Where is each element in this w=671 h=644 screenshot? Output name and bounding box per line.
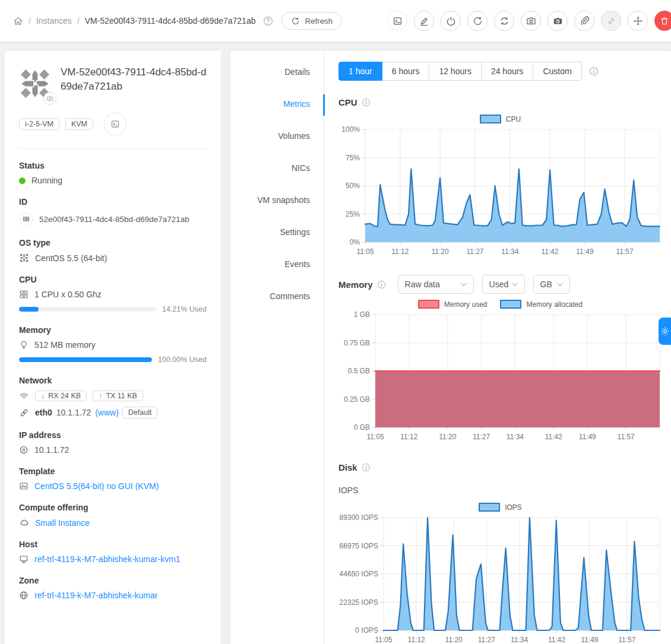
- nic-name: eth0: [35, 408, 52, 417]
- svg-text:89300 IOPS: 89300 IOPS: [340, 513, 378, 522]
- time-range-6-hours[interactable]: 6 hours: [382, 62, 430, 81]
- svg-text:11:20: 11:20: [445, 636, 463, 644]
- top-header: / Instances / VM-52e00f43-7911-4dc4-85bd…: [0, 0, 671, 42]
- scale-vm-button: [601, 11, 621, 31]
- iops-chart-legend: IOPS: [338, 503, 662, 512]
- breadcrumb-instances[interactable]: Instances: [36, 16, 72, 26]
- svg-text:44650 IOPS: 44650 IOPS: [340, 570, 378, 578]
- memory-metric-select[interactable]: Raw data: [398, 275, 474, 294]
- cpu-label: CPU: [19, 275, 207, 284]
- reinstall-button[interactable]: [494, 11, 514, 31]
- tab-comments[interactable]: Comments: [270, 291, 310, 303]
- zone-link[interactable]: ref-trl-4119-k-M7-abhishek-kumar: [34, 591, 157, 600]
- console-access-button[interactable]: [104, 113, 126, 135]
- nic-network-link[interactable]: (www): [95, 408, 119, 417]
- svg-text:11:27: 11:27: [473, 433, 490, 441]
- svg-text:11:42: 11:42: [548, 636, 565, 644]
- network-section: Network ↓RX 24 KB ↑TX 11 KB eth0 10.1.1.…: [19, 376, 207, 418]
- time-range-12-hours[interactable]: 12 hours: [429, 62, 481, 81]
- migrate-vm-button[interactable]: [628, 11, 648, 31]
- svg-text:11:12: 11:12: [408, 636, 425, 644]
- info-icon[interactable]: [589, 66, 599, 76]
- svg-text:11:12: 11:12: [391, 248, 409, 256]
- status-section: Status Running: [19, 161, 207, 185]
- tab-settings[interactable]: Settings: [280, 227, 310, 239]
- memory-progress-bar: [19, 357, 152, 362]
- refresh-button[interactable]: Refresh: [281, 12, 342, 30]
- template-section: Template CentOS 5.5(64-bit) no GUI (KVM): [19, 467, 207, 491]
- ip-label: IP address: [19, 430, 207, 440]
- legend-item[interactable]: CPU: [480, 115, 521, 123]
- offering-link[interactable]: Small Instance: [35, 518, 90, 528]
- home-icon[interactable]: [13, 16, 23, 26]
- recurring-snapshot-button[interactable]: [547, 11, 568, 31]
- svg-text:11:05: 11:05: [375, 636, 392, 644]
- svg-text:11:34: 11:34: [507, 433, 524, 441]
- host-link[interactable]: ref-trl-4119-k-M7-abhishek-kumar-kvm1: [34, 554, 181, 564]
- image-icon: [19, 481, 29, 491]
- memory-chart-title: Memory: [338, 280, 386, 290]
- active-tab-indicator: [323, 94, 325, 116]
- memory-mode-select[interactable]: Used: [482, 275, 525, 294]
- globe-icon: [19, 591, 29, 600]
- tab-metrics[interactable]: Metrics: [283, 99, 310, 111]
- gear-icon: [660, 326, 670, 336]
- legend-label: Memory used: [444, 300, 488, 309]
- svg-text:11:27: 11:27: [466, 248, 483, 256]
- zone-label: Zone: [19, 576, 207, 585]
- template-label: Template: [19, 467, 207, 476]
- network-label: Network: [19, 376, 207, 385]
- template-link[interactable]: CentOS 5.5(64-bit) no GUI (KVM): [34, 481, 159, 491]
- legend-swatch: [480, 115, 501, 123]
- time-range-1-hour[interactable]: 1 hour: [338, 62, 382, 81]
- tab-volumes[interactable]: Volumes: [278, 131, 310, 143]
- destroy-vm-button[interactable]: [654, 11, 671, 31]
- time-range-24-hours[interactable]: 24 hours: [482, 62, 533, 81]
- tx-pill: ↑TX 11 KB: [93, 391, 143, 401]
- legend-item[interactable]: Memory used: [418, 300, 488, 309]
- legend-item[interactable]: IOPS: [479, 503, 522, 512]
- reboot-button[interactable]: [467, 11, 488, 31]
- help-icon[interactable]: [263, 16, 273, 26]
- edit-button[interactable]: [414, 11, 434, 31]
- memory-value: 512 MB memory: [34, 340, 96, 350]
- tab-nics[interactable]: NICs: [292, 163, 310, 175]
- time-range-custom[interactable]: Custom: [533, 62, 581, 81]
- tab-vm-snapshots[interactable]: VM snapshots: [257, 195, 310, 207]
- svg-text:0 GB: 0 GB: [354, 423, 370, 432]
- power-off-button[interactable]: [441, 11, 461, 31]
- metrics-panel: 1 hour6 hours12 hours24 hoursCustom CPU …: [338, 62, 662, 644]
- rx-pill: ↓RX 24 KB: [35, 391, 87, 401]
- id-value: 52e00f43-7911-4dc4-85bd-d69de7a721ab: [39, 215, 189, 224]
- location-icon: [19, 445, 29, 455]
- vm-info-card: VM-52e00f43-7911-4dc4-85bd-d69de7a721ab …: [5, 51, 221, 644]
- svg-text:22325 IOPS: 22325 IOPS: [340, 598, 378, 607]
- zone-section: Zone ref-trl-4119-k-M7-abhishek-kumar: [19, 576, 207, 600]
- iops-label: IOPS: [338, 486, 662, 495]
- settings-float-button[interactable]: [659, 318, 671, 345]
- camera-badge-icon[interactable]: [43, 92, 56, 105]
- tab-details[interactable]: Details: [284, 67, 310, 79]
- info-icon[interactable]: [377, 280, 386, 289]
- info-icon[interactable]: [362, 98, 371, 107]
- bulb-icon: [19, 340, 29, 350]
- tab-events[interactable]: Events: [284, 259, 310, 271]
- cpu-plot: 0%25%50%75%100%11:0511:1211:2011:2711:34…: [338, 125, 662, 259]
- svg-text:75%: 75%: [346, 154, 360, 162]
- tab-rail: DetailsMetricsVolumesNICsVM snapshotsSet…: [230, 51, 324, 644]
- svg-text:100%: 100%: [341, 125, 360, 134]
- host-section: Host ref-trl-4119-k-M7-abhishek-kumar-kv…: [19, 540, 207, 564]
- svg-text:11:27: 11:27: [478, 636, 495, 644]
- info-icon[interactable]: [362, 463, 371, 472]
- os-icon: [19, 253, 29, 263]
- os-label: OS type: [19, 238, 207, 248]
- disk-chart-title: Disk: [338, 462, 662, 472]
- vm-tag: KVM: [65, 118, 93, 130]
- status-dot: [19, 177, 26, 184]
- legend-item[interactable]: Memory allocated: [500, 300, 583, 309]
- memory-unit-select[interactable]: GB: [533, 275, 570, 294]
- id-section: ID 52e00f43-7911-4dc4-85bd-d69de7a721ab: [19, 197, 207, 226]
- take-snapshot-button[interactable]: [521, 11, 541, 31]
- attach-iso-button[interactable]: [574, 11, 594, 31]
- console-button[interactable]: [387, 11, 407, 31]
